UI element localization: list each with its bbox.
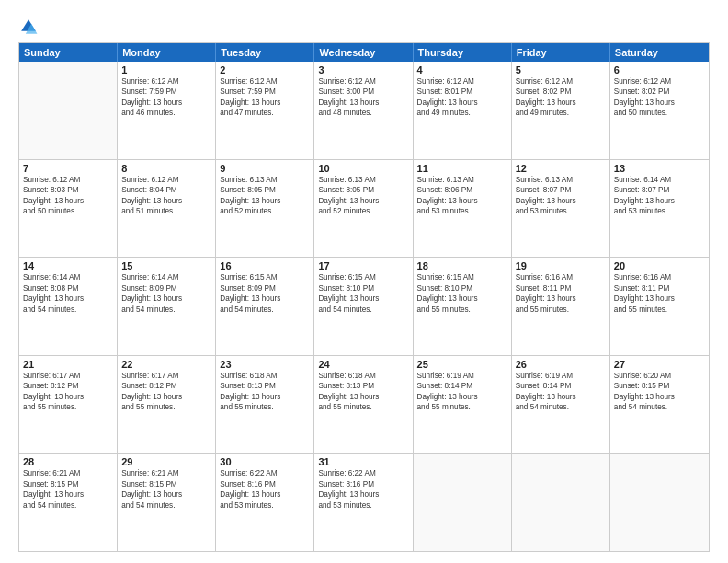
cell-info-line: Sunrise: 6:14 AM xyxy=(121,272,211,282)
calendar-row-0: 1Sunrise: 6:12 AMSunset: 7:59 PMDaylight… xyxy=(19,62,709,160)
header xyxy=(18,17,710,37)
cell-info-line: Sunrise: 6:20 AM xyxy=(614,371,705,381)
day-number: 16 xyxy=(220,260,310,271)
cell-info-line: Sunrise: 6:13 AM xyxy=(220,175,310,185)
day-number: 6 xyxy=(614,64,705,75)
calendar-row-3: 21Sunrise: 6:17 AMSunset: 8:12 PMDayligh… xyxy=(19,356,709,454)
cell-info-line: Sunset: 8:14 PM xyxy=(417,381,507,391)
calendar-cell: 25Sunrise: 6:19 AMSunset: 8:14 PMDayligh… xyxy=(414,356,512,454)
calendar-cell: 24Sunrise: 6:18 AMSunset: 8:13 PMDayligh… xyxy=(314,356,413,454)
calendar-cell: 12Sunrise: 6:13 AMSunset: 8:07 PMDayligh… xyxy=(512,160,610,258)
cell-info-line: Sunset: 8:16 PM xyxy=(318,479,408,489)
day-number: 13 xyxy=(614,163,705,174)
cell-info-line: Sunrise: 6:21 AM xyxy=(23,468,113,478)
cell-info-line: Sunset: 7:59 PM xyxy=(220,86,310,97)
cell-info-line: Daylight: 13 hours xyxy=(516,98,606,108)
cell-info-line: Sunset: 8:07 PM xyxy=(516,185,606,195)
day-number: 18 xyxy=(417,260,507,271)
logo xyxy=(18,17,42,37)
cell-info-line: and 54 minutes. xyxy=(23,304,113,315)
day-number: 23 xyxy=(220,359,310,370)
calendar-cell: 17Sunrise: 6:15 AMSunset: 8:10 PMDayligh… xyxy=(314,258,413,355)
day-number: 11 xyxy=(417,163,507,174)
cell-info-line: Sunset: 8:08 PM xyxy=(23,283,113,293)
cell-info-line: and 50 minutes. xyxy=(23,206,113,216)
calendar-cell xyxy=(19,62,118,159)
cell-info-line: Sunrise: 6:12 AM xyxy=(318,76,408,86)
cell-info-line: Daylight: 13 hours xyxy=(121,293,211,304)
cell-info-line: Sunset: 8:09 PM xyxy=(220,283,310,293)
cell-info-line: Sunset: 8:05 PM xyxy=(220,185,310,195)
day-number: 17 xyxy=(318,260,408,271)
cell-info-line: Sunset: 8:09 PM xyxy=(121,283,211,293)
header-cell-saturday: Saturday xyxy=(610,43,709,62)
cell-info-line: Daylight: 13 hours xyxy=(417,392,507,402)
day-number: 25 xyxy=(417,359,507,370)
calendar-cell: 13Sunrise: 6:14 AMSunset: 8:07 PMDayligh… xyxy=(610,160,709,258)
cell-info-line: and 53 minutes. xyxy=(614,206,705,216)
cell-info-line: and 54 minutes. xyxy=(614,402,705,412)
calendar-cell: 21Sunrise: 6:17 AMSunset: 8:12 PMDayligh… xyxy=(19,356,118,454)
cell-info-line: and 50 minutes. xyxy=(614,108,705,118)
cell-info-line: Sunrise: 6:19 AM xyxy=(516,371,606,381)
cell-info-line: Sunset: 8:05 PM xyxy=(318,185,408,195)
cell-info-line: Daylight: 13 hours xyxy=(417,293,507,304)
cell-info-line: Sunset: 8:13 PM xyxy=(220,381,310,391)
cell-info-line: Sunrise: 6:22 AM xyxy=(220,468,310,478)
calendar-cell: 27Sunrise: 6:20 AMSunset: 8:15 PMDayligh… xyxy=(610,356,709,454)
calendar-cell: 7Sunrise: 6:12 AMSunset: 8:03 PMDaylight… xyxy=(19,160,118,258)
cell-info-line: Sunrise: 6:15 AM xyxy=(318,272,408,282)
cell-info-line: Daylight: 13 hours xyxy=(614,196,705,206)
cell-info-line: Daylight: 13 hours xyxy=(121,196,211,206)
cell-info-line: Daylight: 13 hours xyxy=(516,293,606,304)
cell-info-line: Sunrise: 6:15 AM xyxy=(417,272,507,282)
cell-info-line: Daylight: 13 hours xyxy=(318,196,408,206)
cell-info-line: Daylight: 13 hours xyxy=(220,392,310,402)
calendar-row-2: 14Sunrise: 6:14 AMSunset: 8:08 PMDayligh… xyxy=(19,258,709,356)
calendar-cell: 8Sunrise: 6:12 AMSunset: 8:04 PMDaylight… xyxy=(118,160,216,258)
cell-info-line: Sunrise: 6:12 AM xyxy=(23,175,113,185)
cell-info-line: Sunrise: 6:16 AM xyxy=(614,272,705,282)
cell-info-line: Daylight: 13 hours xyxy=(121,98,211,108)
cell-info-line: Sunrise: 6:16 AM xyxy=(516,272,606,282)
calendar-cell: 31Sunrise: 6:22 AMSunset: 8:16 PMDayligh… xyxy=(314,454,413,551)
cell-info-line: Daylight: 13 hours xyxy=(121,489,211,500)
cell-info-line: Sunset: 8:02 PM xyxy=(614,86,705,97)
header-cell-monday: Monday xyxy=(118,43,216,62)
calendar-cell xyxy=(610,454,709,551)
cell-info-line: Sunset: 7:59 PM xyxy=(121,86,211,97)
day-number: 20 xyxy=(614,260,705,271)
cell-info-line: Sunrise: 6:17 AM xyxy=(121,371,211,381)
cell-info-line: and 46 minutes. xyxy=(121,108,211,118)
cell-info-line: Sunrise: 6:18 AM xyxy=(318,371,408,381)
day-number: 4 xyxy=(417,64,507,75)
cell-info-line: Sunrise: 6:12 AM xyxy=(220,76,310,86)
cell-info-line: Daylight: 13 hours xyxy=(417,98,507,108)
cell-info-line: Sunset: 8:04 PM xyxy=(121,185,211,195)
day-number: 14 xyxy=(23,260,113,271)
calendar-cell: 20Sunrise: 6:16 AMSunset: 8:11 PMDayligh… xyxy=(610,258,709,355)
cell-info-line: and 54 minutes. xyxy=(121,304,211,315)
day-number: 12 xyxy=(516,163,606,174)
calendar-cell: 11Sunrise: 6:13 AMSunset: 8:06 PMDayligh… xyxy=(414,160,512,258)
calendar-cell: 6Sunrise: 6:12 AMSunset: 8:02 PMDaylight… xyxy=(610,62,709,159)
cell-info-line: Sunset: 8:12 PM xyxy=(121,381,211,391)
cell-info-line: Sunset: 8:00 PM xyxy=(318,86,408,97)
calendar-cell: 2Sunrise: 6:12 AMSunset: 7:59 PMDaylight… xyxy=(216,62,314,159)
calendar-cell: 3Sunrise: 6:12 AMSunset: 8:00 PMDaylight… xyxy=(314,62,413,159)
calendar-cell: 16Sunrise: 6:15 AMSunset: 8:09 PMDayligh… xyxy=(216,258,314,355)
cell-info-line: Sunrise: 6:12 AM xyxy=(516,76,606,86)
day-number: 22 xyxy=(121,359,211,370)
cell-info-line: Sunrise: 6:19 AM xyxy=(417,371,507,381)
cell-info-line: and 54 minutes. xyxy=(23,500,113,511)
cell-info-line: Sunset: 8:14 PM xyxy=(516,381,606,391)
day-number: 1 xyxy=(121,64,211,75)
cell-info-line: and 49 minutes. xyxy=(516,108,606,118)
cell-info-line: Daylight: 13 hours xyxy=(23,392,113,402)
day-number: 10 xyxy=(318,163,408,174)
day-number: 9 xyxy=(220,163,310,174)
cell-info-line: Sunset: 8:16 PM xyxy=(220,479,310,489)
calendar-cell: 23Sunrise: 6:18 AMSunset: 8:13 PMDayligh… xyxy=(216,356,314,454)
cell-info-line: Sunrise: 6:13 AM xyxy=(318,175,408,185)
cell-info-line: and 55 minutes. xyxy=(417,304,507,315)
